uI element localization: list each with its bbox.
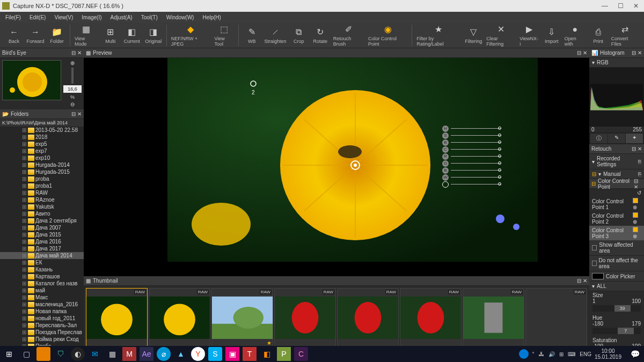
expand-icon[interactable]: ⊞ <box>21 329 27 335</box>
expand-icon[interactable]: ⊞ <box>21 127 27 133</box>
open-with-button[interactable]: ●Open with <box>562 23 588 48</box>
taskbar-app[interactable] <box>36 347 50 361</box>
folder-item[interactable]: ⊞proba1 <box>0 182 84 189</box>
convert-files-button[interactable]: ⇄Convert Files <box>609 23 641 48</box>
menu-item[interactable]: Tool(T) <box>138 14 161 20</box>
folder-item[interactable]: ⊞RAW <box>0 189 84 196</box>
menu-item[interactable]: Adjust(A) <box>107 14 136 20</box>
copy-icon[interactable]: ⎘ <box>638 159 641 165</box>
folder-item[interactable]: ⊞Новая папка <box>0 308 84 315</box>
folder-item[interactable]: ⊞масленица_2016 <box>0 301 84 308</box>
crop-button[interactable]: ⧉Crop <box>288 23 310 48</box>
preview-collapse-icon[interactable]: ⊟ ✕ <box>577 50 587 56</box>
folder-item[interactable]: ⊞Дача май 2014 <box>0 252 84 259</box>
folder-item[interactable]: ⊞Каталог без назв <box>0 280 84 287</box>
tray-volume-icon[interactable]: 🔊 <box>548 351 555 357</box>
view-mode-button[interactable]: ▦View Mode <box>72 23 100 48</box>
folder-tree[interactable]: ⊞2013-05-20 22.58⊞2018⊞exp5⊞exp7⊞exp10⊞H… <box>0 127 84 362</box>
histogram-collapse-icon[interactable]: ⊟ ✕ <box>632 50 642 56</box>
folder-item[interactable]: ⊞Дача 2 сентября <box>0 217 84 224</box>
zoom-input[interactable]: 16,6 <box>63 85 82 93</box>
expand-icon[interactable]: ⊞ <box>21 336 27 342</box>
filtering-button[interactable]: ▽Filtering <box>463 23 484 48</box>
tray-windows-icon[interactable]: ⊞ <box>559 351 564 357</box>
folder-item[interactable]: ⊞Макс <box>0 294 84 301</box>
copy-icon[interactable]: ⎘ <box>638 171 641 177</box>
expand-icon[interactable]: ⊞ <box>21 225 27 231</box>
retouch-brush-button[interactable]: ✐Retouch Brush <box>331 23 366 48</box>
wb-button[interactable]: ✎WB <box>241 23 262 48</box>
folder-item[interactable]: ⊞Дача 2016 <box>0 238 84 245</box>
tray-icon[interactable] <box>519 349 529 359</box>
taskbar-app[interactable]: M <box>122 347 136 361</box>
show-affected-checkbox[interactable] <box>592 245 597 250</box>
ccp-overlay-slider[interactable]: G <box>442 160 501 167</box>
expand-icon[interactable]: ⊞ <box>21 197 27 203</box>
current-button[interactable]: ◧Current <box>121 23 143 48</box>
expand-icon[interactable]: ⊞ <box>21 134 27 140</box>
folder-item[interactable]: ⊞Hurgada-2014 <box>0 161 84 168</box>
taskbar-app[interactable]: T <box>243 347 257 361</box>
tab-info[interactable]: ⓘ <box>590 134 608 143</box>
ccp-overlay-slider[interactable]: C <box>442 146 501 153</box>
expand-icon[interactable]: ⊞ <box>21 169 27 175</box>
zoom-out-icon[interactable]: ⊖ <box>70 101 75 107</box>
menu-item[interactable]: Image(I) <box>78 14 105 20</box>
nef-nrw-jpeg-button[interactable]: ◆NEF/NRW + JPEG <box>169 23 213 48</box>
folder-item[interactable]: ⊞proba <box>0 175 84 182</box>
expand-icon[interactable]: ⊞ <box>21 274 27 279</box>
folder-item[interactable]: ⊞ЕК <box>0 259 84 266</box>
expand-icon[interactable]: ⊞ <box>21 190 27 196</box>
expand-icon[interactable]: ⊞ <box>21 301 27 307</box>
folder-item[interactable]: ⊞Поездка Переслав <box>0 329 84 336</box>
original-button[interactable]: ◨Original <box>143 23 164 48</box>
forward-button[interactable]: →Forward <box>25 23 46 48</box>
ccp-delete-icon[interactable]: ⊗ <box>633 204 637 210</box>
slider-track[interactable]: 7 <box>592 328 641 334</box>
taskbar-app[interactable]: P <box>277 347 291 361</box>
taskbar-app[interactable]: ✉ <box>88 347 102 361</box>
expand-icon[interactable]: ⊞ <box>21 308 27 314</box>
expand-icon[interactable]: ⊞ <box>21 253 27 258</box>
taskbar-app[interactable]: ▦ <box>105 347 119 361</box>
slider-size[interactable]: Size110039 <box>589 291 644 314</box>
folder-item[interactable]: ⊞Дача 2015 <box>0 231 84 238</box>
ccp-list-item[interactable]: Color Control Point 3⊗ <box>589 226 644 240</box>
taskbar-app[interactable]: ◐ <box>71 347 85 361</box>
menu-item[interactable]: Help(H) <box>199 14 224 20</box>
expand-icon[interactable]: ⊞ <box>21 176 27 182</box>
slider-track[interactable]: 39 <box>592 305 641 312</box>
ccp-list-item[interactable]: Color Control Point 1⊗ <box>589 197 644 211</box>
taskbar-app[interactable]: ◧ <box>260 347 274 361</box>
folder-path[interactable]: K:\Photo\RAW\Дача май 2014 <box>0 119 84 127</box>
ccp-overlay-slider[interactable]: W <box>442 174 501 181</box>
taskbar-app[interactable]: ⛉ <box>54 347 68 361</box>
ccp-visible-checkbox[interactable] <box>633 227 638 232</box>
multi-button[interactable]: ⊞Multi <box>100 23 121 48</box>
tray-lang[interactable]: ENG <box>580 351 591 357</box>
taskbar-app[interactable]: ▣ <box>225 347 239 361</box>
recorded-settings-row[interactable]: ▾ Recorded Settings ⎘ <box>589 154 644 169</box>
preview-canvas[interactable]: 2 HSBCRGBW <box>84 58 589 276</box>
reset-icon[interactable]: ↺ <box>637 190 641 196</box>
menu-item[interactable]: File(F) <box>2 14 24 20</box>
folder-item[interactable]: ⊞новый год_2011 <box>0 315 84 322</box>
ccp-visible-checkbox[interactable] <box>633 198 638 203</box>
not-affect-checkbox[interactable] <box>592 261 597 266</box>
minimize-button[interactable]: — <box>602 2 608 10</box>
rotate-button[interactable]: ↻Rotate <box>310 23 331 48</box>
import-button[interactable]: ⇩Import <box>541 23 562 48</box>
not-affect-row[interactable]: Do not affect the area <box>589 256 644 271</box>
expand-icon[interactable]: ⊞ <box>21 162 27 168</box>
ccp-overlay-slider[interactable]: S <box>442 132 501 139</box>
tray-network-icon[interactable]: 🖧 <box>539 351 544 357</box>
expand-icon[interactable]: ⊞ <box>21 267 27 272</box>
taskbar-app[interactable]: Ae <box>140 347 153 361</box>
taskbar-app[interactable]: ▲ <box>174 347 188 361</box>
tab-edit[interactable]: ✎ <box>608 134 625 143</box>
folder-item[interactable]: ⊞Yakutsk <box>0 203 84 210</box>
all-section[interactable]: ▾ ALL <box>589 282 644 291</box>
folder-item[interactable]: ⊞2013-05-20 22.58 <box>0 127 84 134</box>
folder-item[interactable]: ⊞Дача 2017 <box>0 245 84 252</box>
folder-item[interactable]: ⊞Переславль-Зал <box>0 322 84 329</box>
